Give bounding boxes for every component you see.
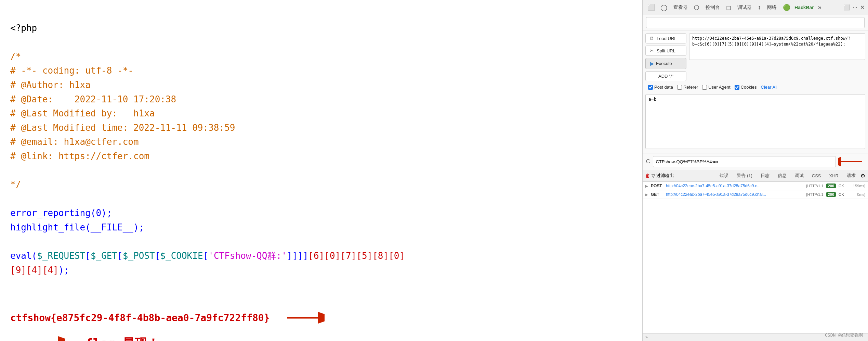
cookies-checkbox[interactable] xyxy=(735,85,739,90)
execute-button[interactable]: ▶ Execute xyxy=(645,58,686,69)
arrow-flag-icon xyxy=(10,333,65,341)
url-bar-top xyxy=(643,15,868,30)
cookies-checkbox-label[interactable]: Cookies xyxy=(735,85,757,90)
filter-label: 过滤输出 xyxy=(656,173,674,179)
hackbar-content: 🖥 Load URL ✂ Split URL ▶ Execute ADD "/" xyxy=(643,15,868,341)
devtools-network-tabs: 🗑 ▽ 过滤输出 错误 警告 (1) 日志 信息 调试 CSS XHR 请求 ⚙ xyxy=(643,170,868,182)
expand-arrow-get[interactable]: ▶ xyxy=(645,193,648,197)
post-data-textarea[interactable]: a=b xyxy=(645,94,865,149)
error-reporting: error_reporting(0); highlight_file(__FIL… xyxy=(10,208,144,232)
expand-icon[interactable]: ⬜ xyxy=(843,4,850,11)
referer-checkbox-label[interactable]: Referer xyxy=(677,85,698,90)
protocol-post: [HTTP/1.1 xyxy=(806,184,824,188)
referer-checkbox[interactable] xyxy=(677,85,682,90)
network-tab[interactable]: 网络 xyxy=(765,4,779,11)
watermark: CSDN @好想变强啊 xyxy=(825,332,863,338)
devtools-panel: ⬜ ◯ 查看器 ⬡ 控制台 ◻ 调试器 ↕ 网络 🟢 HackBar » ⬜ ·… xyxy=(642,0,868,341)
console-tab[interactable]: 控制台 xyxy=(703,4,722,11)
status-badge-get: 200 xyxy=(826,192,836,197)
settings-icon[interactable]: ⚙ xyxy=(860,173,865,179)
code-content: <?php /* # -*- coding: utf-8 -*- # @Auth… xyxy=(10,7,632,306)
split-url-button[interactable]: ✂ Split URL xyxy=(645,46,686,56)
close-icon[interactable]: ✕ xyxy=(860,4,865,11)
tab-requests[interactable]: 请求 xyxy=(843,171,859,180)
load-url-button[interactable]: 🖥 Load URL xyxy=(645,33,686,43)
tab-logs[interactable]: 日志 xyxy=(757,171,773,180)
delete-icon[interactable]: 🗑 xyxy=(645,173,650,178)
flag-label: flag 显现！ xyxy=(86,335,159,341)
options-row: Post data Referer User Agent Cookies Cle… xyxy=(645,83,865,91)
time-get: 0ms] xyxy=(848,192,865,197)
bottom-arrow-icon xyxy=(838,155,865,168)
user-agent-label: User Agent xyxy=(708,85,730,90)
network-list: ▶ POST http://04c22eac-2ba7-45e5-a91a-37… xyxy=(643,182,868,333)
user-agent-checkbox[interactable] xyxy=(702,85,707,90)
post-data-area: a=b xyxy=(643,94,868,153)
cursor-tool-icon[interactable]: ⬜ xyxy=(646,3,656,12)
bottom-url-input[interactable] xyxy=(653,156,836,167)
comment-block: /* # -*- coding: utf-8 -*- # @Author: h1… xyxy=(10,51,235,190)
bottom-url-bar: C xyxy=(643,153,868,170)
tab-css[interactable]: CSS xyxy=(808,172,825,180)
hackbar-main: 🖥 Load URL ✂ Split URL ▶ Execute ADD "/" xyxy=(643,30,868,94)
flag-announce-row: flag 显现！ xyxy=(10,333,632,341)
load-url-label: Load URL xyxy=(657,36,677,41)
url-textarea[interactable]: http://04c22eac-2ba7-45e5-a91a-37d28a75d… xyxy=(689,33,865,60)
clear-all-button[interactable]: Clear All xyxy=(761,85,777,90)
method-get: GET xyxy=(651,192,663,197)
code-panel: <?php /* # -*- coding: utf-8 -*- # @Auth… xyxy=(0,0,642,341)
tab-warnings[interactable]: 警告 (1) xyxy=(733,171,756,180)
post-data-checkbox[interactable] xyxy=(648,85,653,90)
debugger-icon-tool[interactable]: ◻ xyxy=(725,3,733,12)
url-get: http://04c22eac-2ba7-45e5-a91a-37d28a75d… xyxy=(666,192,804,197)
tab-debug[interactable]: 调试 xyxy=(791,171,807,180)
network-item-post[interactable]: ▶ POST http://04c22eac-2ba7-45e5-a91a-37… xyxy=(643,182,868,190)
hackbar-row: 🖥 Load URL ✂ Split URL ▶ Execute ADD "/" xyxy=(645,33,865,81)
method-post: POST xyxy=(651,184,663,188)
protocol-get: [HTTP/1.1 xyxy=(806,192,824,197)
arrow-right-icon xyxy=(284,309,325,326)
bottom-more-icon[interactable]: » xyxy=(645,335,648,340)
hackbar-buttons: 🖥 Load URL ✂ Split URL ▶ Execute ADD "/" xyxy=(645,33,686,81)
play-icon: ▶ xyxy=(650,60,654,67)
tab-errors[interactable]: 错误 xyxy=(716,171,732,180)
expand-arrow-post[interactable]: ▶ xyxy=(645,184,648,188)
add-slash-label: ADD "/" xyxy=(658,74,673,79)
topbar-right-icons: ⬜ ··· ✕ xyxy=(843,4,865,11)
tab-info[interactable]: 信息 xyxy=(774,171,790,180)
eval-line: eval($_REQUEST[$_GET[$_POST[$_COOKIE['CT… xyxy=(10,251,405,275)
top-url-input[interactable] xyxy=(646,17,865,28)
cookies-label: Cookies xyxy=(741,85,757,90)
post-data-label: Post data xyxy=(654,85,673,90)
ellipsis-icon[interactable]: ··· xyxy=(853,4,857,11)
circle-icon[interactable]: 🟢 xyxy=(781,3,792,12)
devtools-topbar: ⬜ ◯ 查看器 ⬡ 控制台 ◻ 调试器 ↕ 网络 🟢 HackBar » ⬜ ·… xyxy=(643,0,868,15)
debugger-tab[interactable]: 调试器 xyxy=(735,4,754,11)
status-text-post: OK xyxy=(839,184,845,188)
status-badge-post: 200 xyxy=(826,184,836,188)
viewer-tab[interactable]: 查看器 xyxy=(671,4,690,11)
network-item-get[interactable]: ▶ GET http://04c22eac-2ba7-45e5-a91a-37d… xyxy=(643,190,868,199)
flag-row: ctfshow{e875fc29-4f8f-4b8b-aea0-7a9fc722… xyxy=(10,309,632,326)
time-post: 159ms] xyxy=(848,184,865,188)
user-agent-checkbox-label[interactable]: User Agent xyxy=(702,85,730,90)
url-post: http://04c22eac-2ba7-45e5-a91a-37d28a75d… xyxy=(666,184,804,188)
php-open-tag: <?php xyxy=(10,23,37,33)
status-text-get: OK xyxy=(839,192,845,197)
add-slash-button[interactable]: ADD "/" xyxy=(645,71,686,81)
inspector-icon[interactable]: ◯ xyxy=(659,3,669,12)
load-url-icon: 🖥 xyxy=(649,36,655,41)
post-data-checkbox-label[interactable]: Post data xyxy=(648,85,673,90)
split-url-label: Split URL xyxy=(657,48,675,53)
more-tools-icon[interactable]: » xyxy=(817,3,823,12)
console-icon-tool[interactable]: ⬡ xyxy=(693,3,701,12)
referer-label: Referer xyxy=(683,85,698,90)
filter-icon[interactable]: ▽ xyxy=(652,173,655,178)
network-icon-tool[interactable]: ↕ xyxy=(757,3,762,12)
execute-label: Execute xyxy=(656,61,672,66)
split-url-icon: ✂ xyxy=(649,48,655,53)
reload-icon[interactable]: C xyxy=(645,158,651,165)
tab-xhr[interactable]: XHR xyxy=(826,172,842,180)
flag-value: ctfshow{e875fc29-4f8f-4b8b-aea0-7a9fc722… xyxy=(10,312,270,324)
hackbar-tab[interactable]: HackBar xyxy=(794,5,814,10)
